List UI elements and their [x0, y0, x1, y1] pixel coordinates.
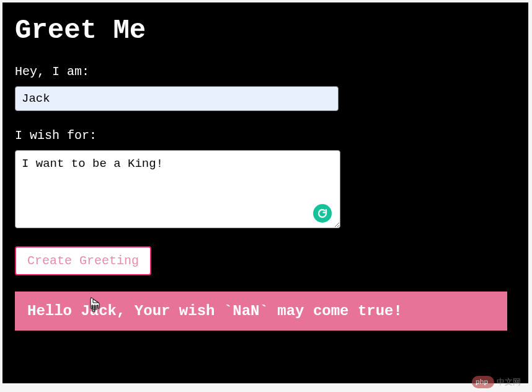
- wish-textarea-wrap: [15, 150, 340, 231]
- grammarly-icon[interactable]: [313, 204, 332, 223]
- watermark-logo-icon: [472, 376, 494, 388]
- watermark: 中文网: [472, 376, 521, 388]
- create-greeting-button[interactable]: Create Greeting: [15, 246, 151, 275]
- name-input[interactable]: [15, 86, 339, 111]
- wish-textarea[interactable]: [15, 150, 340, 228]
- cursor-pointer-icon: [87, 296, 102, 314]
- app-panel: Greet Me Hey, I am: I wish for: Create G…: [2, 2, 528, 383]
- wish-label: I wish for:: [15, 128, 516, 143]
- page-title: Greet Me: [15, 15, 516, 46]
- name-label: Hey, I am:: [15, 65, 516, 79]
- watermark-text: 中文网: [497, 376, 521, 388]
